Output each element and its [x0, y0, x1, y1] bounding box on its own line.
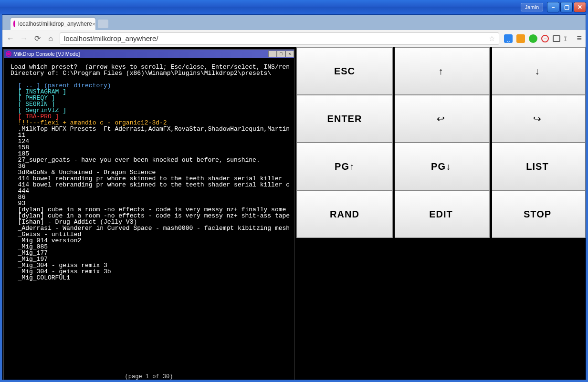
enter-button[interactable]: ENTER	[296, 95, 393, 143]
grid-divider	[393, 47, 395, 238]
right-button[interactable]: ↪	[489, 95, 586, 143]
cast-icon[interactable]	[553, 35, 560, 42]
rand-button[interactable]: RAND	[296, 190, 393, 238]
os-titlebar: Jamin – ▢ ✕	[0, 0, 588, 14]
browser-toolbar: ← → ⟳ ⌂ localhost/milkdrop_anywhere/ ☆ ⟟…	[2, 30, 586, 47]
browser-tab[interactable]: localhost/milkdrop_anywhere ×	[10, 18, 95, 30]
back-button[interactable]: ←	[6, 34, 15, 43]
tab-title: localhost/milkdrop_anywhere	[18, 21, 92, 27]
os-user-badge: Jamin	[521, 3, 543, 11]
milkdrop-close-button[interactable]: ×	[285, 51, 294, 57]
preset-list[interactable]: Load which preset? (arrow keys to scroll…	[6, 60, 292, 285]
address-url: localhost/milkdrop_anywhere/	[64, 34, 158, 42]
extension-icon[interactable]	[504, 34, 513, 43]
up-button[interactable]: ↑	[393, 47, 489, 95]
page-content: MilkDrop Console [VJ Mode] _ □ × Load wh…	[2, 47, 586, 380]
forward-button[interactable]: →	[20, 34, 28, 43]
page-indicator: (page 1 of 30)	[6, 373, 292, 380]
os-minimize-button[interactable]: –	[547, 2, 559, 12]
reload-button[interactable]: ⟳	[33, 34, 42, 43]
extension-icon[interactable]	[529, 34, 537, 43]
milkdrop-maximize-button[interactable]: □	[277, 51, 285, 57]
tab-close-icon[interactable]: ×	[92, 21, 96, 28]
esc-button[interactable]: ESC	[296, 47, 393, 95]
pageup-button[interactable]: PG↑	[296, 143, 393, 190]
down-button[interactable]: ↓	[489, 47, 586, 95]
tab-favicon	[13, 21, 15, 27]
grid-divider	[490, 47, 492, 238]
extension-icon[interactable]	[516, 34, 525, 43]
extension-icon[interactable]	[541, 35, 549, 42]
home-button[interactable]: ⌂	[46, 34, 55, 43]
milkdrop-logo-icon	[6, 51, 11, 57]
control-button-grid: ESC ↑ ↓ ENTER ↩ ↪ PG↑ PG↓ LIST RAND EDIT…	[296, 47, 586, 238]
send-to-device-icon[interactable]: ⟟	[564, 34, 573, 43]
new-tab-button[interactable]	[98, 20, 108, 28]
bookmark-star-icon[interactable]: ☆	[489, 34, 495, 43]
milkdrop-minimize-button[interactable]: _	[268, 51, 277, 57]
os-maximize-button[interactable]: ▢	[560, 2, 573, 12]
address-bar[interactable]: localhost/milkdrop_anywhere/ ☆	[60, 32, 499, 45]
pagedown-button[interactable]: PG↓	[393, 143, 489, 190]
list-button[interactable]: LIST	[489, 143, 586, 190]
stop-button[interactable]: STOP	[489, 190, 586, 238]
browser-tabstrip: localhost/milkdrop_anywhere ×	[2, 15, 586, 30]
os-close-button[interactable]: ✕	[574, 2, 586, 12]
milkdrop-titlebar[interactable]: MilkDrop Console [VJ Mode] _ □ ×	[4, 50, 294, 58]
left-button[interactable]: ↩	[393, 95, 489, 143]
milkdrop-window-title: MilkDrop Console [VJ Mode]	[13, 51, 80, 57]
chrome-menu-button[interactable]: ≡	[577, 33, 582, 43]
edit-button[interactable]: EDIT	[393, 190, 489, 238]
milkdrop-console-window: MilkDrop Console [VJ Mode] _ □ × Load wh…	[3, 49, 294, 380]
